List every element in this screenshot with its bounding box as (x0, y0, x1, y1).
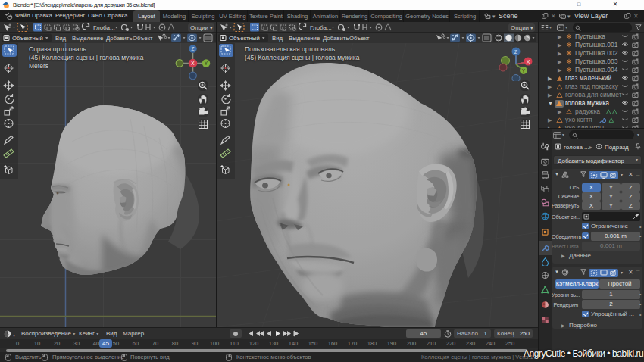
svg-text:X: X (191, 61, 195, 66)
svg-text:Y: Y (205, 61, 208, 66)
svg-text:X: X (527, 59, 530, 64)
svg-text:Z: Z (192, 46, 195, 51)
svg-text:Z: Z (514, 49, 518, 55)
svg-text:Y: Y (522, 68, 526, 73)
